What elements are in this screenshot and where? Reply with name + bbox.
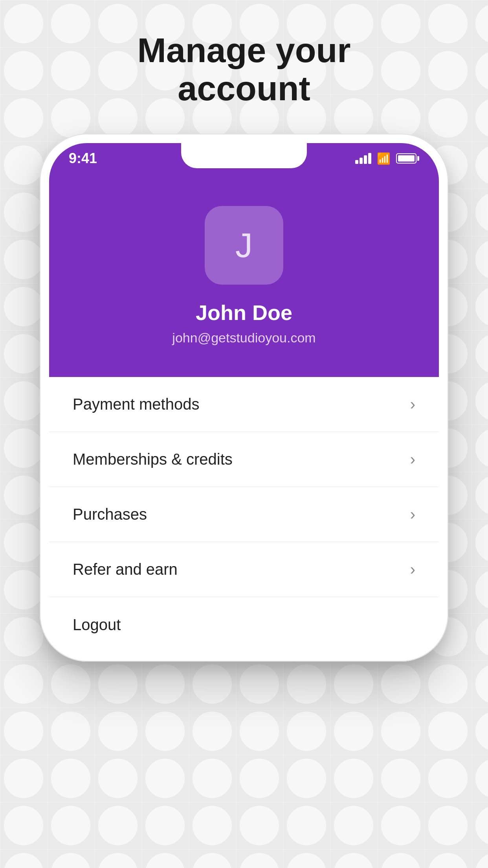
refer-earn-chevron-icon: ›	[410, 561, 415, 578]
payment-methods-label: Payment methods	[73, 395, 199, 413]
refer-earn-label: Refer and earn	[73, 561, 178, 578]
battery-icon	[396, 153, 419, 164]
memberships-credits-label: Memberships & credits	[73, 451, 233, 468]
purchases-chevron-icon: ›	[410, 506, 415, 523]
signal-bar-4	[368, 153, 371, 164]
menu-item-refer-earn[interactable]: Refer and earn ›	[49, 542, 439, 597]
user-name: John Doe	[196, 300, 292, 325]
memberships-credits-chevron-icon: ›	[410, 451, 415, 468]
avatar-letter: J	[235, 225, 253, 265]
profile-header: J John Doe john@getstudioyou.com	[49, 182, 439, 377]
notch-cutout	[181, 143, 307, 168]
signal-bar-2	[360, 158, 363, 164]
signal-bar-1	[355, 160, 358, 164]
payment-methods-chevron-icon: ›	[410, 395, 415, 413]
menu-item-purchases[interactable]: Purchases ›	[49, 487, 439, 542]
battery-body	[396, 153, 416, 164]
logout-label: Logout	[73, 616, 121, 634]
battery-tip	[417, 156, 419, 161]
menu-item-payment-methods[interactable]: Payment methods ›	[49, 377, 439, 432]
purchases-label: Purchases	[73, 506, 147, 523]
menu-item-memberships-credits[interactable]: Memberships & credits ›	[49, 432, 439, 487]
phone-shell: 9:41 📶	[40, 134, 448, 662]
wifi-icon: 📶	[377, 152, 391, 165]
notch-bar: 9:41 📶	[49, 143, 439, 182]
phone-screen: 9:41 📶	[49, 143, 439, 652]
status-icons: 📶	[355, 152, 419, 165]
menu-list: Payment methods › Memberships & credits …	[49, 377, 439, 652]
user-email: john@getstudioyou.com	[172, 330, 316, 346]
signal-icon	[355, 153, 371, 164]
menu-item-logout[interactable]: Logout	[49, 597, 439, 652]
battery-fill	[398, 155, 415, 162]
avatar: J	[205, 206, 283, 285]
phone-mockup: 9:41 📶	[40, 134, 448, 662]
page-title: Manage your account	[0, 31, 488, 108]
signal-bar-3	[364, 155, 367, 164]
status-time: 9:41	[69, 150, 97, 167]
